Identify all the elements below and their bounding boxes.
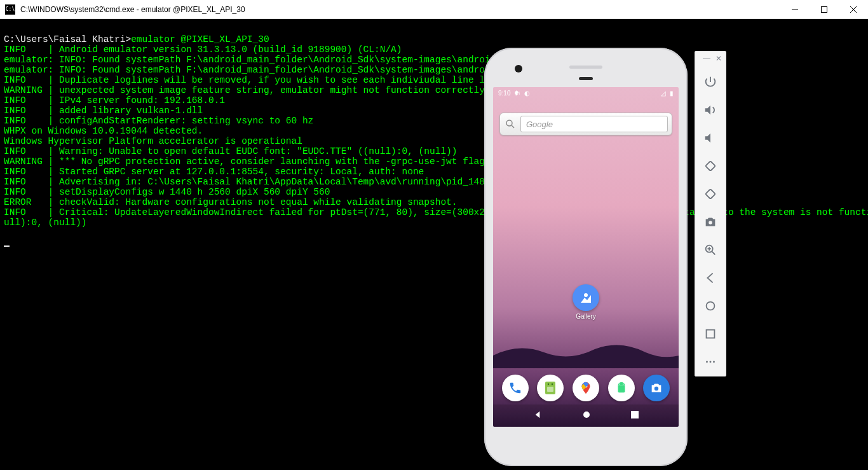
power-button[interactable] [695, 68, 726, 96]
maximize-button[interactable] [810, 0, 839, 19]
svg-point-18 [584, 293, 588, 297]
window-title: C:\WINDOWS\system32\cmd.exe - emulator @… [20, 5, 245, 14]
window-titlebar: C:\ C:\WINDOWS\system32\cmd.exe - emulat… [0, 0, 868, 19]
command: emulator @PIXEL_XL_API_30 [131, 34, 269, 45]
svg-point-21 [552, 384, 553, 385]
terminal-line: INFO | Advertising in: C:\Users\Faisal K… [4, 177, 864, 187]
svg-rect-5 [705, 189, 715, 199]
speaker-icon [569, 66, 602, 69]
emulator-toolbar: — ✕ [695, 51, 726, 377]
terminal-line: INFO | setDisplayConfigs w 1440 h 2560 d… [4, 187, 864, 197]
svg-point-14 [710, 361, 712, 363]
terminal-line: INFO | Android emulator version 31.3.13.… [4, 45, 864, 55]
svg-rect-4 [705, 161, 715, 171]
terminal-line: INFO | added library vulkan-1.dll [4, 106, 864, 116]
svg-rect-12 [707, 330, 715, 338]
terminal-line: emulator: INFO: Found systemPath F:\andr… [4, 65, 864, 75]
more-button[interactable] [695, 348, 726, 376]
svg-rect-28 [631, 411, 639, 418]
magnifier-icon [504, 118, 517, 130]
svg-rect-1 [822, 7, 827, 13]
gallery-app[interactable]: Gallery [573, 284, 599, 320]
google-search-widget[interactable]: Google [499, 113, 672, 135]
terminal-line: ull):0, (null)) [4, 218, 864, 228]
terminal-line: INFO | Duplicate loglines will be remove… [4, 75, 864, 85]
nav-back-button[interactable] [532, 410, 543, 422]
terminal-line: WHPX on Windows 10.0.19044 detected. [4, 126, 864, 136]
svg-point-16 [506, 120, 512, 126]
android-status-bar: 9:10 🗣 ◐ ◿ ▮ [493, 87, 679, 99]
terminal-line: ERROR | checkValid: Hardware configurati… [4, 197, 864, 207]
terminal-line: Windows Hypervisor Platform accelerator … [4, 136, 864, 146]
minimize-button[interactable] [780, 0, 810, 19]
svg-point-20 [548, 384, 549, 385]
wallpaper-mountains [493, 336, 679, 368]
svg-point-24 [619, 384, 620, 384]
signal-icon: ◿ [661, 90, 666, 97]
rotate-left-button[interactable] [695, 152, 726, 180]
volume-down-button[interactable] [695, 124, 726, 152]
close-button[interactable] [839, 0, 868, 19]
svg-point-13 [706, 361, 708, 363]
svg-point-11 [707, 302, 715, 310]
toolbar-minimize-button[interactable]: — [703, 54, 710, 68]
terminal-line: emulator: INFO: Found systemPath F:\andr… [4, 55, 864, 65]
battery-icon: ▮ [670, 90, 674, 97]
status-notification-icon: 🗣 [514, 90, 520, 97]
zoom-button[interactable] [695, 236, 726, 264]
rotate-right-button[interactable] [695, 180, 726, 208]
overview-button[interactable] [695, 320, 726, 348]
svg-line-17 [512, 125, 514, 128]
terminal-line: INFO | Started GRPC server at 127.0.0.1:… [4, 167, 864, 177]
terminal-line: WARNING | *** No gRPC protection active,… [4, 156, 864, 167]
app-dock [493, 371, 679, 404]
terminal-line: INFO | IPv4 server found: 192.168.0.1 [4, 95, 864, 106]
volume-up-button[interactable] [695, 96, 726, 124]
messages-app[interactable] [537, 375, 564, 401]
svg-line-8 [712, 252, 715, 255]
terminal-line: INFO | configAndStartRenderer: setting v… [4, 116, 864, 126]
camera-app[interactable] [643, 375, 670, 401]
svg-point-15 [713, 361, 715, 363]
screenshot-button[interactable] [695, 208, 726, 236]
front-camera-icon [515, 65, 522, 73]
back-button[interactable] [695, 264, 726, 292]
gallery-icon [573, 284, 599, 311]
phone-app[interactable] [502, 375, 529, 401]
toolbar-close-button[interactable]: ✕ [715, 54, 722, 68]
svg-point-27 [583, 411, 590, 418]
proximity-sensor-icon [579, 77, 593, 80]
android-app[interactable] [608, 375, 635, 401]
phone-screen[interactable]: 9:10 🗣 ◐ ◿ ▮ Google Gallery [493, 87, 679, 427]
nav-home-button[interactable] [582, 410, 591, 422]
svg-point-26 [654, 387, 658, 391]
status-time: 9:10 [498, 90, 510, 97]
home-button[interactable] [695, 292, 726, 320]
emulator-device: 9:10 🗣 ◐ ◿ ▮ Google Gallery [484, 48, 688, 466]
terminal-line: INFO | Critical: UpdateLayeredWindowIndi… [4, 207, 864, 218]
svg-rect-22 [547, 387, 553, 392]
cmd-icon: C:\ [5, 4, 15, 15]
status-app-icon: ◐ [524, 90, 530, 97]
svg-point-25 [623, 384, 623, 384]
gallery-label: Gallery [573, 313, 599, 320]
prompt: C:\Users\Faisal Khatri> [4, 34, 131, 45]
terminal-line: WARNING | unexpected system image featur… [4, 85, 864, 95]
android-navbar [493, 404, 679, 427]
search-input[interactable]: Google [520, 116, 668, 132]
terminal[interactable]: C:\Users\Faisal Khatri>emulator @PIXEL_X… [0, 19, 868, 470]
terminal-line: INFO | Warning: Unable to open default E… [4, 146, 864, 156]
nav-overview-button[interactable] [630, 410, 639, 422]
cursor [4, 238, 10, 247]
svg-point-6 [709, 221, 712, 225]
maps-app[interactable] [573, 375, 599, 401]
